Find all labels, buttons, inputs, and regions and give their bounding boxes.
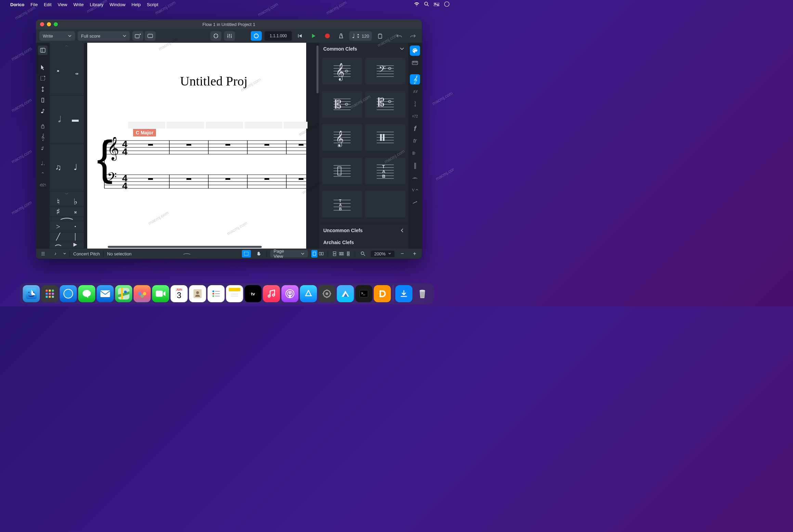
pitch-label[interactable]: Concert Pitch bbox=[73, 251, 100, 256]
panel-toggle-button[interactable] bbox=[38, 45, 48, 55]
staccato-button[interactable]: · bbox=[67, 221, 84, 232]
scroll-down-button[interactable]: ﹀ bbox=[50, 191, 84, 197]
dock-facetime[interactable] bbox=[152, 285, 169, 302]
dock-finder[interactable] bbox=[23, 285, 40, 302]
menu-edit[interactable]: Edit bbox=[44, 2, 51, 7]
menu-view[interactable]: View bbox=[58, 2, 67, 7]
metronome-button[interactable] bbox=[336, 31, 347, 41]
arrow-tool[interactable] bbox=[38, 63, 48, 72]
clef-panel-button[interactable]: 𝄞 bbox=[410, 74, 420, 84]
bars-button[interactable]: ‖ bbox=[410, 160, 420, 171]
alto-clef-item[interactable]: 𝄡 bbox=[322, 91, 362, 118]
archaic-clefs-header[interactable]: Archaic Clefs bbox=[319, 236, 408, 249]
dock-reminders[interactable] bbox=[208, 285, 225, 302]
pitch-tool[interactable] bbox=[38, 84, 48, 94]
breve-button[interactable]: 𝄺 bbox=[50, 48, 67, 96]
timecode-display[interactable]: 1.1.1.000 bbox=[264, 31, 292, 41]
line-button[interactable]: │ bbox=[67, 232, 84, 241]
vertical-scrollbar[interactable] bbox=[316, 45, 318, 93]
tuplet-tool[interactable]: r3:2˥ bbox=[38, 180, 48, 190]
galley-2[interactable] bbox=[338, 250, 344, 257]
page-layout-single[interactable] bbox=[311, 250, 317, 257]
common-clefs-header[interactable]: Common Clefs bbox=[319, 43, 408, 55]
menu-write[interactable]: Write bbox=[73, 2, 83, 7]
zoom-selector[interactable]: 200% bbox=[371, 251, 394, 257]
lines-button[interactable] bbox=[410, 197, 420, 208]
siri-icon[interactable] bbox=[444, 1, 450, 8]
tie-button[interactable] bbox=[50, 217, 84, 221]
holds-button[interactable] bbox=[410, 173, 420, 183]
half-rest-button[interactable]: ▬ bbox=[67, 96, 84, 143]
dock-notes[interactable] bbox=[226, 285, 243, 302]
tempo-marks-button[interactable]: =72 bbox=[410, 111, 420, 121]
mixer-button[interactable] bbox=[224, 31, 235, 41]
expand-icon[interactable] bbox=[183, 252, 191, 255]
app-name[interactable]: Dorico bbox=[10, 2, 24, 7]
grace-tool[interactable] bbox=[38, 143, 48, 153]
sharp-button[interactable]: ♯ bbox=[50, 207, 67, 217]
zoom-out-button[interactable]: − bbox=[398, 250, 407, 257]
double-sharp-button[interactable]: 𝄪 bbox=[67, 207, 84, 217]
repeat-button[interactable] bbox=[410, 148, 420, 158]
control-center-icon[interactable] bbox=[434, 2, 439, 7]
key-signature-label[interactable]: C Major bbox=[133, 129, 156, 136]
time-sig-button[interactable]: 34 bbox=[410, 99, 420, 109]
dot-tool[interactable]: ♩. bbox=[38, 158, 48, 168]
insert-tool[interactable] bbox=[38, 95, 48, 105]
new-tab-button[interactable] bbox=[132, 31, 143, 41]
tab-4-clef-item[interactable]: TAB bbox=[322, 191, 362, 217]
dock-appstore[interactable] bbox=[300, 285, 317, 302]
dock-music[interactable] bbox=[263, 285, 280, 302]
menu-library[interactable]: Library bbox=[90, 2, 104, 7]
page-layout-spread[interactable] bbox=[318, 250, 324, 257]
voice-button[interactable]: ► bbox=[67, 241, 84, 249]
uncommon-clefs-header[interactable]: Uncommon Clefs bbox=[319, 224, 408, 236]
slur-button[interactable] bbox=[50, 241, 67, 249]
scroll-up-button[interactable]: ︿ bbox=[50, 43, 84, 48]
bass-clef-item[interactable]: 𝄢 bbox=[365, 58, 405, 84]
dock-podcasts[interactable] bbox=[282, 285, 299, 302]
view-mode-selector[interactable]: Page View bbox=[270, 250, 308, 257]
record-button[interactable] bbox=[322, 31, 333, 41]
menu-script[interactable]: Script bbox=[147, 2, 158, 7]
dock-messages[interactable] bbox=[78, 285, 95, 302]
mode-selector[interactable]: Write bbox=[39, 31, 75, 41]
half-note-button[interactable]: 𝅗𝅥 bbox=[50, 96, 67, 143]
zoom-tool-button[interactable] bbox=[359, 250, 367, 257]
maximize-button[interactable] bbox=[54, 22, 58, 26]
dock-launchpad[interactable] bbox=[41, 285, 58, 302]
chord-tool[interactable] bbox=[38, 106, 48, 116]
dock-trash[interactable] bbox=[414, 285, 431, 302]
galley-3[interactable] bbox=[345, 250, 351, 257]
play-button[interactable] bbox=[308, 31, 319, 41]
layout-icon[interactable] bbox=[39, 250, 48, 257]
video-button[interactable] bbox=[210, 31, 221, 41]
ornaments-button[interactable]: tr bbox=[410, 136, 420, 146]
menu-help[interactable]: Help bbox=[132, 2, 141, 7]
marquee-mode-button[interactable] bbox=[242, 250, 251, 257]
accent-mark-button[interactable]: > bbox=[50, 221, 67, 232]
tab-clef-item[interactable]: TAB bbox=[365, 158, 405, 184]
dock-atlas[interactable] bbox=[337, 285, 354, 302]
grand-staff[interactable]: { bbox=[94, 137, 306, 195]
blank-clef-item[interactable] bbox=[365, 191, 405, 217]
dock-dorico[interactable] bbox=[374, 285, 391, 302]
menu-file[interactable]: File bbox=[30, 2, 38, 7]
dock-calendar[interactable]: JUN3 bbox=[171, 285, 188, 302]
click-button[interactable] bbox=[251, 31, 262, 41]
flat-button[interactable]: ♭ bbox=[67, 197, 84, 207]
undo-button[interactable] bbox=[394, 31, 405, 41]
percussion-clef-item[interactable] bbox=[365, 124, 405, 151]
keyboard-button[interactable] bbox=[410, 58, 420, 68]
redo-button[interactable] bbox=[407, 31, 418, 41]
wifi-icon[interactable] bbox=[414, 2, 419, 7]
galley-1[interactable] bbox=[332, 250, 338, 257]
dynamics-button[interactable]: f bbox=[410, 123, 420, 134]
accent-tool[interactable]: ⌃ bbox=[38, 169, 48, 179]
dock-mail[interactable] bbox=[97, 285, 114, 302]
window-button[interactable] bbox=[145, 31, 156, 41]
clef-tool[interactable]: 𝄞 bbox=[38, 132, 48, 142]
playing-techniques-button[interactable]: V ᴖ bbox=[410, 185, 420, 195]
eighth-notes-button[interactable]: ♫ bbox=[50, 144, 67, 191]
dock-maps[interactable] bbox=[115, 285, 132, 302]
